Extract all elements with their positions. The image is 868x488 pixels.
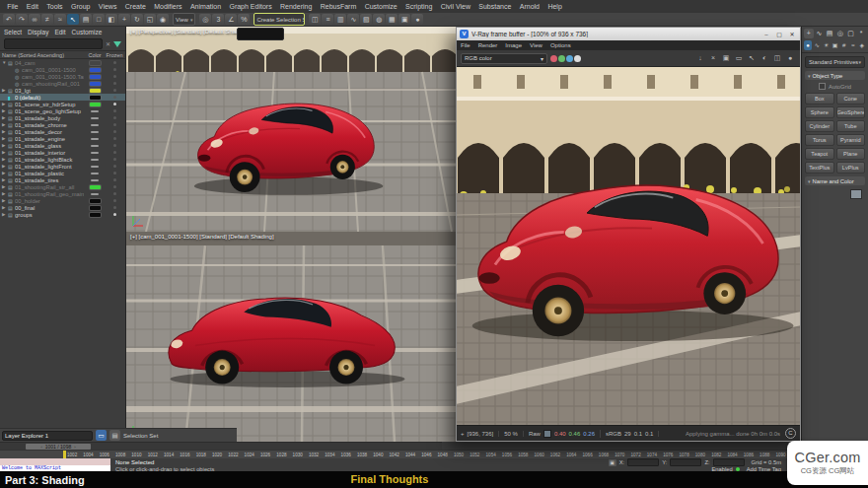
select-and-link-icon[interactable]: ∞ (29, 14, 40, 25)
unlink-selection-icon[interactable]: ≠ (41, 14, 53, 25)
01_stradale_engine[interactable]: ▶ ▤ 01_stradale_engine (0, 135, 125, 142)
geometry-category-icon[interactable]: ● (804, 40, 812, 50)
layer-color-swatch[interactable] (91, 110, 99, 112)
material-editor-icon[interactable]: ◍ (373, 14, 385, 25)
layer-color-swatch[interactable] (91, 131, 99, 133)
primitive-button[interactable]: Pyramid (836, 134, 866, 146)
next-frame-icon[interactable]: › (74, 445, 75, 450)
close-icon[interactable]: ✕ (787, 31, 797, 37)
mirror-icon[interactable]: ◫ (309, 14, 321, 25)
primitive-button[interactable]: Teapot (805, 148, 834, 160)
layer-color-swatch[interactable] (90, 61, 101, 65)
utilities-tab-icon[interactable]: * (856, 29, 866, 38)
frozen-dot[interactable] (113, 96, 116, 99)
layer-color-swatch[interactable] (90, 96, 101, 100)
primitive-button[interactable]: Torus (805, 134, 834, 146)
column-header-frozen[interactable]: Frozen (106, 52, 123, 58)
primitive-button[interactable]: Plane (836, 148, 866, 160)
name-and-color-rollout[interactable]: ▾ Name and Color (805, 176, 865, 185)
menu-item[interactable]: Tools (42, 3, 67, 10)
redo-icon[interactable]: ↷ (16, 14, 28, 25)
render-setup-icon[interactable]: ▦ (386, 14, 398, 25)
selection-region-icon[interactable]: □ (93, 14, 105, 25)
use-pivot-center-icon[interactable]: ◎ (199, 14, 211, 25)
frozen-dot[interactable] (113, 206, 116, 209)
layer-color-swatch[interactable] (91, 166, 99, 168)
layer-color-swatch[interactable] (91, 159, 99, 161)
column-header-name[interactable]: Name (Sorted Ascending) (2, 52, 84, 58)
frozen-dot[interactable] (113, 82, 116, 85)
viewport-perspective[interactable]: [+] [Perspective] [Standard] [Default Sh… (126, 27, 456, 233)
01_stradale_decor[interactable]: ▶ ▤ 01_stradale_decor (0, 128, 125, 135)
menu-item[interactable]: Scripting (401, 3, 437, 10)
frozen-dot[interactable] (113, 61, 116, 64)
x-coord-field[interactable] (627, 458, 659, 466)
track-mouse-icon[interactable]: ↖ (746, 52, 758, 64)
01_stradale_lightFront[interactable]: ▶ ▤ 01_stradale_lightFront (0, 163, 125, 170)
percent-snap-icon[interactable]: % (238, 14, 250, 25)
01_stradale_glass[interactable]: ▶ ▤ 01_stradale_glass (0, 142, 125, 149)
alpha-channel-dot[interactable] (574, 55, 581, 62)
frozen-dot[interactable] (113, 75, 116, 78)
explorer-menu-item[interactable]: Select (4, 29, 26, 35)
vfb-menu-item[interactable]: Image (505, 42, 522, 48)
track-bar[interactable]: 1002100410061008101010121014101610181020… (0, 450, 868, 458)
menu-item[interactable]: Create (121, 3, 150, 10)
00_holder[interactable]: ▶ ▤ 00_holder (0, 197, 125, 204)
explorer-menu-item[interactable]: Customize (72, 29, 107, 35)
frozen-dot[interactable] (113, 213, 116, 216)
hierarchy-tab-icon[interactable]: ▤ (825, 29, 834, 38)
layer-color-swatch[interactable] (90, 206, 101, 210)
frozen-dot[interactable] (113, 130, 116, 133)
menu-item[interactable]: Civil View (437, 3, 475, 10)
viewport-label[interactable]: [+] [cam_001_0001-1500] [Standard] [Defa… (130, 234, 274, 240)
reference-coordinate-dropdown[interactable]: View ▾ (173, 13, 195, 26)
select-object-icon[interactable]: ↖ (67, 14, 79, 25)
frozen-dot[interactable] (113, 137, 116, 140)
frozen-dot[interactable] (113, 185, 116, 188)
layer-color-swatch[interactable] (90, 103, 101, 106)
autogrid-toggle[interactable]: AutoGrid (805, 82, 865, 91)
render-image-area[interactable] (457, 67, 800, 425)
menu-item[interactable]: Graph Editors (225, 3, 276, 10)
layer-color-swatch[interactable] (91, 145, 99, 147)
layer-color-swatch[interactable] (90, 199, 101, 203)
primitive-button[interactable]: Sphere (805, 106, 834, 118)
01_shootingRail_str_all[interactable]: ▶ ▤ 01_shootingRail_str_all (0, 183, 125, 190)
menu-item[interactable]: Substance (474, 3, 515, 10)
01_shootingRail_geo_main[interactable]: ▶ ▤ 01_shootingRail_geo_main (0, 190, 125, 197)
01_scene_str_hdrSetup[interactable]: ▶ ▤ 01_scene_str_hdrSetup (0, 101, 125, 107)
layer-explorer-field[interactable]: Layer Explorer 1 (2, 431, 93, 441)
frozen-dot[interactable] (113, 109, 116, 112)
spacewarps-category-icon[interactable]: ≈ (849, 40, 857, 50)
01_stradale_body[interactable]: ▶ ▤ 01_stradale_body (0, 114, 125, 121)
motion-tab-icon[interactable]: ◎ (835, 29, 845, 38)
viewport-label[interactable]: [+] [Perspective] [Standard] [Default Sh… (130, 29, 249, 35)
explorer-menu-item[interactable]: Edit (54, 29, 69, 35)
color-corrections-icon[interactable]: ◐ (759, 52, 770, 64)
01_stradale_lightBlack[interactable]: ▶ ▤ 01_stradale_lightBlack (0, 156, 125, 163)
cam_shootingRail_001[interactable]: ◎ cam_shootingRail_001 (0, 80, 125, 87)
layer-color-swatch[interactable] (91, 138, 99, 140)
prev-frame-icon[interactable]: ‹ (40, 445, 41, 450)
colorspace-label[interactable]: sRGB (606, 431, 621, 437)
toggle-layer-explorer-icon[interactable]: ▥ (334, 14, 346, 25)
snaps-toggle-icon[interactable]: 3 (212, 14, 224, 25)
layer-color-swatch[interactable] (91, 173, 99, 174)
cam_001_0001-1500[interactable]: ◎ cam_001_0001-1500 (0, 66, 125, 73)
layer-color-swatch[interactable] (90, 82, 101, 86)
color-mode-label[interactable]: Raw (529, 431, 541, 437)
01_stradale_chrome[interactable]: ▶ ▤ 01_stradale_chrome (0, 121, 125, 128)
select-and-move-icon[interactable]: + (118, 14, 130, 25)
helpers-category-icon[interactable]: # (840, 40, 848, 50)
object-color-swatch[interactable] (850, 189, 862, 199)
z-coord-field[interactable] (713, 458, 745, 466)
01_stradale_tires[interactable]: ▶ ▤ 01_stradale_tires (0, 176, 125, 183)
frozen-dot[interactable] (113, 199, 116, 202)
systems-category-icon[interactable]: ◈ (858, 40, 866, 50)
listener-macro-pane[interactable] (0, 458, 110, 465)
channel-select-dropdown[interactable]: RGB color ▾ (461, 53, 547, 64)
compare-images-icon[interactable]: ◫ (771, 52, 783, 64)
01_stradale_plastic[interactable]: ▶ ▤ 01_stradale_plastic (0, 170, 125, 176)
lights-category-icon[interactable]: ☀ (822, 40, 830, 50)
